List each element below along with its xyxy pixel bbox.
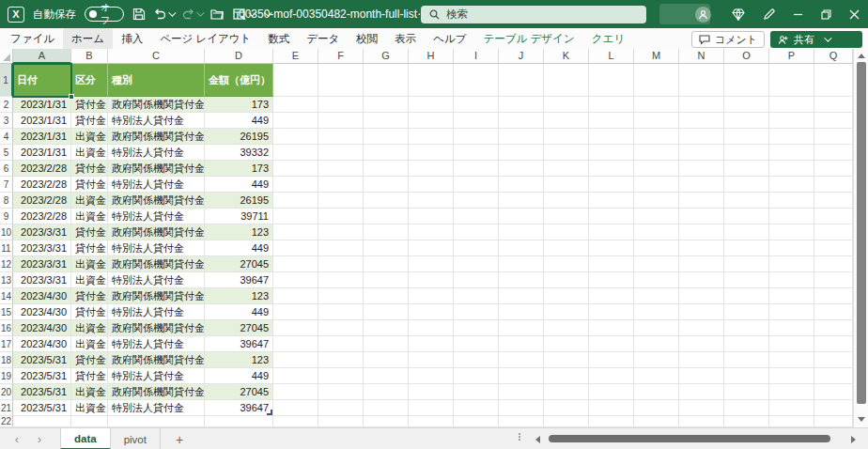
cell-G22[interactable] [364,416,409,427]
cell-H6[interactable] [409,161,454,177]
cell-L6[interactable] [589,161,634,177]
cell-I2[interactable] [454,97,499,113]
cell-F12[interactable] [318,256,364,272]
cell-E12[interactable] [273,256,318,272]
cell-I12[interactable] [454,256,499,272]
cell-J4[interactable] [499,129,544,145]
minimize-button[interactable] [783,0,812,28]
cell-G16[interactable] [364,320,409,336]
scroll-left-icon[interactable] [535,436,540,443]
cell-J2[interactable] [499,97,544,113]
cell-D19[interactable]: 449 [205,368,273,384]
cell-D6[interactable]: 173 [205,161,273,177]
cell-Q2[interactable] [814,97,853,113]
cell-G2[interactable] [364,97,409,113]
cell-D16[interactable]: 27045 [205,320,273,336]
cell-G9[interactable] [364,209,409,224]
cell-C16[interactable]: 政府関係機関貸付金 [108,320,205,336]
cell-A10[interactable]: 2023/3/31 [13,224,71,240]
cell-K8[interactable] [544,193,589,209]
horizontal-scroll-thumb[interactable] [549,435,830,442]
cell-K12[interactable] [544,256,589,272]
cell-I14[interactable] [454,288,499,304]
cell-A4[interactable]: 2023/1/31 [13,129,71,145]
cell-H4[interactable] [409,129,454,145]
cell-M21[interactable] [634,400,679,416]
cell-G8[interactable] [364,193,409,209]
row-header-1[interactable]: 1 [0,64,13,97]
cell-O1[interactable] [724,64,769,97]
cell-H7[interactable] [409,177,454,193]
cell-B5[interactable]: 出資金 [71,145,108,161]
cell-H3[interactable] [409,113,454,129]
row-header-17[interactable]: 17 [0,336,13,352]
cell-G3[interactable] [364,113,409,129]
column-header-A[interactable]: A [13,49,71,64]
cell-D1[interactable]: 金額（億円） [205,64,273,97]
cell-C6[interactable]: 政府関係機関貸付金 [108,161,205,177]
cell-F22[interactable] [318,416,364,427]
cell-M3[interactable] [634,113,679,129]
cell-Q7[interactable] [814,177,853,193]
cell-D7[interactable]: 449 [205,177,273,193]
pencil-icon[interactable] [753,0,783,28]
cell-A16[interactable]: 2023/4/30 [13,320,71,336]
diamond-icon[interactable] [723,0,753,28]
cell-P11[interactable] [769,240,814,256]
cell-E17[interactable] [273,336,318,352]
cell-M11[interactable] [634,240,679,256]
cell-E2[interactable] [273,97,318,113]
cell-F21[interactable] [318,400,364,416]
cell-B3[interactable]: 貸付金 [71,113,108,129]
cell-K14[interactable] [544,288,589,304]
cell-I21[interactable] [454,400,499,416]
cell-N14[interactable] [679,288,724,304]
cell-L21[interactable] [589,400,634,416]
cell-Q14[interactable] [814,288,853,304]
cell-Q4[interactable] [814,129,853,145]
cell-E22[interactable] [273,416,318,427]
cell-L20[interactable] [589,384,634,400]
cell-I1[interactable] [454,64,499,97]
row-header-7[interactable]: 7 [0,177,13,193]
cell-O5[interactable] [724,145,769,161]
column-header-K[interactable]: K [544,49,589,64]
cell-L2[interactable] [589,97,634,113]
cell-N4[interactable] [679,129,724,145]
cell-E21[interactable] [273,400,318,416]
cell-N16[interactable] [679,320,724,336]
cell-L8[interactable] [589,193,634,209]
scroll-up-icon[interactable] [858,54,865,58]
cell-B17[interactable]: 出資金 [71,336,108,352]
cell-H18[interactable] [409,352,454,368]
cell-B1[interactable]: 区分 [71,64,108,97]
avatar[interactable] [695,7,711,23]
cell-O18[interactable] [724,352,769,368]
cell-A18[interactable]: 2023/5/31 [13,352,71,368]
column-header-D[interactable]: D [205,49,273,64]
cell-J17[interactable] [499,336,544,352]
ribbon-tab[interactable]: ヘルプ [425,28,474,49]
cell-D15[interactable]: 449 [205,304,273,320]
cell-D9[interactable]: 39711 [205,209,273,224]
cell-B21[interactable]: 出資金 [71,400,108,416]
cell-G21[interactable] [364,400,409,416]
cell-J22[interactable] [499,416,544,427]
cell-C4[interactable]: 政府関係機関貸付金 [108,129,205,145]
cell-M4[interactable] [634,129,679,145]
cell-K10[interactable] [544,224,589,240]
cell-A21[interactable]: 2023/5/31 [13,400,71,416]
select-all-corner[interactable] [0,49,13,64]
cell-I11[interactable] [454,240,499,256]
cell-H8[interactable] [409,193,454,209]
cell-O14[interactable] [724,288,769,304]
cell-D3[interactable]: 449 [205,113,273,129]
cell-P8[interactable] [769,193,814,209]
cell-L18[interactable] [589,352,634,368]
cell-C5[interactable]: 特別法人貸付金 [108,145,205,161]
cell-L16[interactable] [589,320,634,336]
cell-Q18[interactable] [814,352,853,368]
cell-I4[interactable] [454,129,499,145]
cell-I16[interactable] [454,320,499,336]
row-header-9[interactable]: 9 [0,209,13,224]
